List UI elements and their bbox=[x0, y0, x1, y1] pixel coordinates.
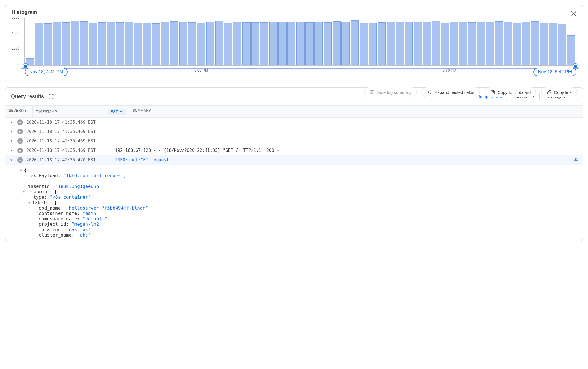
fullscreen-icon[interactable] bbox=[48, 94, 54, 100]
histogram-bar[interactable] bbox=[125, 22, 133, 65]
histogram-bar[interactable] bbox=[143, 23, 151, 65]
json-line[interactable]: insertId: "1e8kl8ng1qeeuhn" bbox=[20, 184, 577, 189]
severity-icon[interactable]: ✱ bbox=[17, 129, 23, 134]
histogram-bar[interactable] bbox=[432, 21, 440, 65]
histogram-bar[interactable] bbox=[360, 23, 368, 65]
histogram-bar[interactable] bbox=[134, 23, 142, 65]
histogram-bar[interactable] bbox=[549, 23, 557, 65]
histogram-bar[interactable] bbox=[260, 22, 268, 65]
json-line[interactable]: pod_name: "helloserver-7f5bb494ff-blhdn" bbox=[20, 205, 577, 211]
histogram-bar[interactable] bbox=[98, 22, 106, 65]
histogram-bar[interactable] bbox=[215, 21, 224, 65]
histogram-bar[interactable] bbox=[567, 35, 575, 65]
histogram-bar[interactable] bbox=[558, 24, 566, 65]
histogram-bars[interactable] bbox=[25, 18, 576, 66]
severity-icon[interactable]: ✱ bbox=[17, 119, 23, 125]
histogram-bar[interactable] bbox=[161, 22, 169, 65]
severity-icon[interactable]: ✱ bbox=[17, 157, 23, 163]
histogram-bar[interactable] bbox=[251, 22, 260, 65]
histogram-bar[interactable] bbox=[369, 23, 377, 65]
json-line[interactable]: container_name: "main" bbox=[20, 211, 577, 216]
json-line[interactable]: project_id: "megan-lm2" bbox=[20, 221, 577, 227]
histogram-bar[interactable] bbox=[414, 22, 422, 65]
close-icon[interactable] bbox=[570, 9, 577, 17]
json-line[interactable]: ▾labels: { bbox=[20, 200, 577, 205]
json-line[interactable]: location: "east-us" bbox=[20, 227, 577, 232]
log-row[interactable]: ✱2020-11-18 17:41:35.470 ESTINFO:root:GE… bbox=[5, 155, 583, 165]
json-line[interactable]: textPayload: "INFO:root:GET request, bbox=[20, 173, 577, 178]
histogram-bar[interactable] bbox=[116, 22, 124, 65]
histogram-bar[interactable] bbox=[504, 22, 512, 65]
expand-row-icon[interactable] bbox=[9, 148, 14, 153]
histogram-bar[interactable] bbox=[80, 21, 88, 65]
histogram-bar[interactable] bbox=[495, 21, 503, 65]
histogram-bar[interactable] bbox=[62, 22, 70, 65]
histogram-bar[interactable] bbox=[378, 22, 386, 65]
histogram-bar[interactable] bbox=[486, 22, 494, 65]
timezone-chip[interactable]: EST bbox=[108, 109, 126, 115]
expand-row-icon[interactable] bbox=[9, 129, 14, 134]
histogram-bar[interactable] bbox=[324, 22, 332, 65]
log-row[interactable]: ✱2020-11-18 17:41:35.469 EST bbox=[5, 127, 583, 136]
histogram-bar[interactable] bbox=[44, 23, 52, 65]
hide-log-summary-button[interactable]: Hide log summary bbox=[364, 87, 417, 97]
histogram-bar[interactable] bbox=[405, 22, 413, 65]
severity-icon[interactable]: ✱ bbox=[17, 148, 23, 153]
histogram-bar[interactable] bbox=[513, 23, 521, 65]
json-line[interactable]: ▾resource: { bbox=[20, 189, 577, 194]
histogram-bar[interactable] bbox=[170, 21, 178, 65]
histogram-bar[interactable] bbox=[206, 22, 214, 65]
expand-nested-fields-button[interactable]: Expand nested fields bbox=[422, 87, 479, 97]
histogram-bar[interactable] bbox=[269, 22, 278, 65]
histogram-bar[interactable] bbox=[152, 23, 160, 65]
copy-to-clipboard-button[interactable]: Copy to clipboard bbox=[485, 87, 536, 97]
histogram-bar[interactable] bbox=[296, 22, 305, 65]
histogram-bar[interactable] bbox=[351, 20, 359, 65]
histogram-bar[interactable] bbox=[450, 22, 458, 65]
log-row[interactable]: ✱2020-11-18 17:41:35.469 EST bbox=[5, 136, 583, 146]
histogram-bar[interactable] bbox=[459, 22, 467, 65]
expand-row-icon[interactable] bbox=[9, 120, 14, 125]
pin-icon[interactable] bbox=[573, 157, 579, 163]
histogram-bar[interactable] bbox=[53, 22, 61, 65]
histogram-bar[interactable] bbox=[522, 22, 530, 65]
histogram-bar[interactable] bbox=[188, 22, 196, 65]
time-pill-end[interactable]: Nov 18, 5:42 PM bbox=[533, 68, 576, 76]
histogram-bar[interactable] bbox=[468, 22, 476, 65]
histogram-bar[interactable] bbox=[224, 23, 232, 65]
histogram-bar[interactable] bbox=[441, 23, 449, 65]
histogram-bar[interactable] bbox=[287, 22, 296, 65]
histogram-bar[interactable] bbox=[71, 21, 79, 65]
expand-row-icon[interactable] bbox=[9, 157, 14, 163]
histogram-bar[interactable] bbox=[314, 22, 323, 65]
histogram-bar[interactable] bbox=[197, 23, 205, 65]
log-row[interactable]: ✱2020-11-18 17:41:35.469 EST192.168.67.1… bbox=[5, 146, 583, 155]
histogram-bar[interactable] bbox=[107, 22, 115, 65]
histogram-bar[interactable] bbox=[387, 22, 395, 65]
histogram-bar[interactable] bbox=[333, 21, 341, 65]
histogram-bar[interactable] bbox=[305, 22, 314, 65]
histogram-bar[interactable] bbox=[278, 22, 287, 65]
time-pill-start[interactable]: Nov 18, 4:41 PM bbox=[25, 68, 68, 76]
histogram-bar[interactable] bbox=[89, 23, 97, 65]
histogram-bar[interactable] bbox=[341, 22, 350, 65]
histogram-bar[interactable] bbox=[477, 22, 485, 65]
log-row[interactable]: ✱2020-11-18 17:41:35.469 EST bbox=[5, 118, 583, 127]
copy-link-button[interactable]: Copy link bbox=[541, 87, 577, 97]
json-line[interactable]: type: "k8s_container" bbox=[20, 194, 577, 200]
severity-icon[interactable]: ✱ bbox=[17, 138, 23, 144]
histogram-bar[interactable] bbox=[233, 22, 241, 65]
json-line[interactable]: " bbox=[20, 178, 577, 184]
col-timestamp-label: TIMESTAMP bbox=[36, 110, 57, 114]
histogram-bar[interactable] bbox=[242, 22, 251, 65]
histogram-bar[interactable] bbox=[396, 22, 404, 65]
expand-row-icon[interactable] bbox=[9, 138, 14, 144]
histogram-bar[interactable] bbox=[423, 22, 431, 65]
histogram-bar[interactable] bbox=[531, 21, 539, 65]
json-line[interactable]: cluster_name: "aks" bbox=[20, 232, 577, 238]
histogram-bar[interactable] bbox=[179, 22, 187, 65]
json-line[interactable]: ▾{ bbox=[20, 167, 577, 173]
json-line[interactable]: namespace_name: "default" bbox=[20, 216, 577, 221]
histogram-bar[interactable] bbox=[35, 23, 43, 65]
histogram-bar[interactable] bbox=[540, 23, 548, 65]
